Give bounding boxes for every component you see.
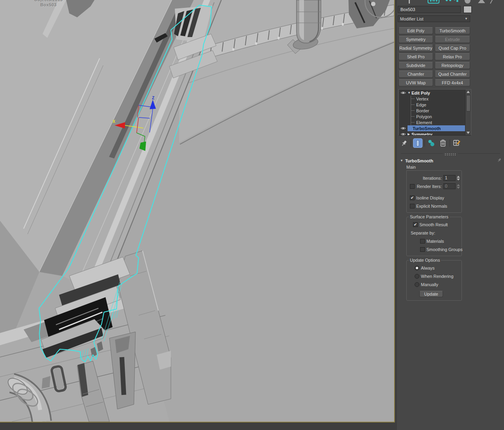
stack-item-symmetry[interactable]: ▶ Symmetry — [399, 131, 465, 136]
make-unique-button[interactable] — [427, 138, 436, 148]
object-name-field[interactable] — [398, 6, 461, 13]
gizmo-z-label: Z — [152, 96, 154, 100]
button-relax-pro[interactable]: Relax Pro — [435, 53, 470, 60]
smoothing-groups-checkbox[interactable] — [420, 247, 425, 252]
stack-item-turbosmooth[interactable]: TurboSmooth — [399, 125, 465, 131]
modifier-stack-scrollbar[interactable] — [465, 89, 471, 135]
tree-line — [411, 108, 416, 114]
button-ffd-4x4x4[interactable]: FFD 4x4x4 — [435, 79, 470, 86]
explicit-normals-checkbox[interactable] — [410, 204, 415, 208]
when-rendering-label: When Rendering — [421, 274, 454, 279]
materials-checkbox[interactable] — [420, 239, 425, 244]
surface-parameters-label: Surface Parameters — [409, 214, 450, 219]
scroll-down-icon[interactable] — [467, 132, 470, 134]
stack-item-polygon[interactable]: Polygon — [399, 114, 465, 119]
line-tool-icon[interactable] — [490, 0, 493, 4]
iterations-spinner[interactable] — [457, 176, 460, 181]
materials-label: Materials — [426, 239, 444, 244]
tree-line — [411, 119, 416, 125]
sphere-tool-icon[interactable] — [465, 0, 471, 4]
stack-item-border[interactable]: Border — [399, 108, 465, 114]
button-edit-poly[interactable]: Edit Poly — [398, 27, 433, 34]
button-radial-symmetry[interactable]: Radial Symmetry — [398, 45, 433, 52]
modifier-stack: ▼ Edit Poly Vertex Edge Border Pol — [398, 89, 471, 136]
isoline-display-checkbox[interactable]: ✔ — [410, 195, 415, 200]
trash-icon — [440, 140, 446, 147]
button-shell-pro[interactable]: Shell Pro — [398, 53, 433, 60]
always-radio[interactable] — [415, 266, 419, 270]
when-rendering-radio[interactable] — [415, 274, 419, 279]
modifier-list-label: Modifier List — [400, 17, 423, 21]
always-row: Always — [408, 264, 460, 272]
eye-icon[interactable] — [399, 127, 408, 130]
button-subdivide[interactable]: Subdivide — [398, 62, 433, 69]
tube-icon — [415, 140, 420, 147]
stack-item-edge[interactable]: Edge — [399, 102, 465, 108]
show-end-result-button[interactable] — [413, 138, 422, 148]
tree-line — [411, 96, 416, 102]
rollout-title: TurboSmooth — [405, 158, 433, 163]
cone-tool-icon[interactable] — [478, 0, 485, 3]
make-unique-icon — [428, 140, 435, 147]
toolbar-separator-icon — [409, 0, 410, 4]
update-options-label: Update Options — [409, 258, 441, 262]
stack-item-vertex[interactable]: Vertex — [399, 96, 465, 102]
button-quad-cap-pro[interactable]: Quad Cap Pro — [435, 45, 470, 52]
grip-dots — [443, 152, 458, 156]
manually-radio[interactable] — [415, 282, 419, 287]
explicit-normals-row: Explicit Normals — [408, 202, 460, 210]
modifier-list-dropdown[interactable]: Modifier List ▼ — [398, 15, 470, 22]
configure-grid-pencil-icon — [453, 140, 461, 147]
smooth-result-checkbox[interactable]: ✔ — [413, 222, 418, 227]
gizmo-x-label: X — [113, 119, 115, 124]
edge-constraint-icon[interactable] — [428, 0, 439, 4]
stack-item-element[interactable]: Element — [399, 119, 465, 125]
stack-toolbar — [399, 138, 504, 148]
manually-label: Manually — [421, 282, 438, 287]
stack-item-edit-poly[interactable]: ▼ Edit Poly — [399, 90, 465, 96]
button-uvw-map[interactable]: UVW Map — [398, 79, 433, 86]
vertex-dots-icon[interactable] — [446, 0, 458, 3]
always-label: Always — [421, 266, 435, 270]
render-iters-checkbox[interactable] — [410, 184, 415, 189]
modifier-button-grid: Edit Poly TurboSmooth Symmetry Extrude R… — [398, 27, 504, 86]
render-iters-row: Render Iters: 0 — [408, 182, 460, 190]
render-iters-spinner[interactable] — [457, 184, 460, 189]
command-panel: Modifier List ▼ Edit Poly TurboSmooth Sy… — [397, 0, 504, 430]
scroll-thumb[interactable] — [466, 95, 471, 112]
eye-icon[interactable] — [399, 91, 408, 95]
main-group-label-top: Main — [406, 165, 504, 169]
isoline-display-row: ✔ Isoline Display — [408, 194, 460, 202]
iterations-value[interactable]: 1 — [443, 175, 456, 181]
spinner-down-icon — [457, 179, 460, 181]
manually-row: Manually — [408, 280, 460, 289]
smoothing-groups-label: Smoothing Groups — [426, 247, 463, 252]
panel-top-toolbar — [397, 0, 504, 4]
button-symmetry[interactable]: Symmetry — [398, 36, 433, 43]
button-extrude[interactable]: Extrude — [435, 36, 470, 43]
object-color-swatch[interactable] — [463, 6, 472, 13]
button-quad-chamfer[interactable]: Quad Chamfer — [435, 71, 470, 78]
eye-icon[interactable] — [399, 132, 408, 136]
button-turbosmooth[interactable]: TurboSmooth — [435, 27, 470, 34]
chevron-down-icon: ▼ — [465, 17, 468, 20]
render-iters-value[interactable]: 0 — [443, 183, 456, 189]
button-chamfer[interactable]: Chamfer — [398, 71, 433, 78]
configure-modifier-sets-button[interactable] — [452, 138, 461, 148]
surface-parameters-group: Surface Parameters ✔ Smooth Result Separ… — [406, 217, 462, 256]
remove-modifier-button[interactable] — [438, 138, 448, 148]
main-group: Iterations: 1 Render Iters: 0 ✔ Isoline … — [406, 170, 462, 213]
update-button[interactable]: Update — [419, 291, 443, 297]
materials-row: Materials — [408, 237, 460, 245]
rollout-pin-icon[interactable] — [497, 158, 502, 163]
scroll-up-icon[interactable] — [467, 91, 470, 93]
button-retopology[interactable]: Retopology — [435, 62, 470, 69]
turbosmooth-rollout: ▼ TurboSmooth Main Iterations: 1 Render — [397, 155, 504, 301]
update-options-group: Update Options Always When Rendering Man… — [406, 260, 462, 301]
smooth-result-row: ✔ Smooth Result — [408, 220, 460, 229]
perspective-viewport[interactable]: X Z Objects/2013 Box503 — [0, 0, 395, 423]
caret-right-icon[interactable]: ▶ — [408, 132, 411, 136]
rollout-drag-grip[interactable] — [401, 152, 500, 155]
pin-stack-button[interactable] — [399, 138, 409, 148]
caret-down-icon[interactable]: ▼ — [408, 91, 411, 95]
